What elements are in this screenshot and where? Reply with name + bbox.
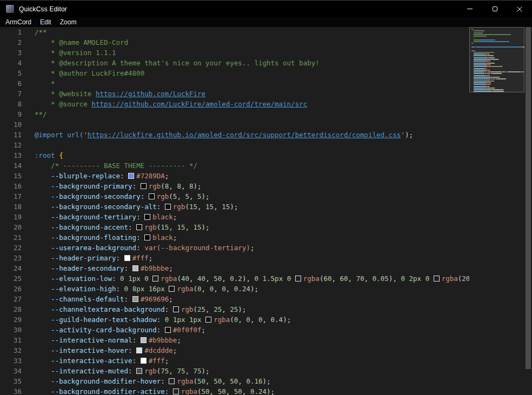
line-number[interactable]: 28	[0, 304, 22, 314]
line-number[interactable]: 19	[0, 212, 22, 222]
line-number[interactable]: 2	[0, 37, 22, 48]
color-swatch[interactable]	[434, 276, 440, 282]
color-swatch[interactable]	[165, 204, 171, 210]
code-line[interactable]: 21 --background-floating: black;	[0, 232, 469, 243]
code-line[interactable]: 25 --elevation-low: 0 1px 0 rgba(40, 40,…	[0, 273, 469, 284]
line-number[interactable]: 34	[0, 366, 22, 376]
color-swatch[interactable]	[144, 235, 150, 240]
line-number[interactable]: 25	[0, 273, 22, 284]
code-line[interactable]: 3 * @version 1.1.1	[0, 48, 469, 58]
line-number[interactable]: 26	[0, 284, 22, 294]
line-number[interactable]: 13	[0, 150, 22, 160]
code-line[interactable]: 7 * @website https://github.com/LuckFire	[0, 89, 469, 99]
line-number[interactable]: 18	[0, 202, 22, 212]
code-line[interactable]: 2 * @name AMOLED-Cord	[0, 37, 469, 48]
line-number[interactable]: 5	[0, 68, 22, 78]
maximize-button[interactable]	[482, 1, 507, 17]
line-number[interactable]: 29	[0, 314, 22, 325]
code-line[interactable]: 12	[0, 140, 469, 150]
color-swatch[interactable]	[141, 337, 147, 343]
line-number[interactable]: 33	[0, 356, 22, 366]
line-number[interactable]: 14	[0, 160, 22, 171]
line-number[interactable]: 23	[0, 253, 22, 263]
color-swatch[interactable]	[136, 224, 142, 230]
color-swatch[interactable]	[205, 317, 211, 323]
color-swatch[interactable]	[295, 276, 301, 282]
code-line[interactable]: 19 --background-tertiary: black;	[0, 212, 469, 222]
line-number[interactable]: 32	[0, 345, 22, 356]
color-swatch[interactable]	[169, 378, 175, 384]
line-number[interactable]: 22	[0, 243, 22, 253]
line-number[interactable]: 35	[0, 376, 22, 386]
menu-item-armcord[interactable]: ArmCord	[1, 17, 36, 27]
line-number[interactable]: 8	[0, 99, 22, 109]
code-line[interactable]: 9**/	[0, 109, 469, 119]
line-number[interactable]: 36	[0, 386, 22, 395]
line-number[interactable]: 17	[0, 191, 22, 202]
color-swatch[interactable]	[173, 389, 179, 394]
code-line[interactable]: 23 --header-primary: #fff;	[0, 253, 469, 263]
line-number[interactable]: 20	[0, 222, 22, 232]
code-line[interactable]: 16 --background-primary: rgb(8, 8, 8);	[0, 181, 469, 191]
color-swatch[interactable]	[152, 276, 158, 282]
line-number[interactable]: 11	[0, 130, 22, 140]
code-line[interactable]: 24 --header-secondary: #b9bbbe;	[0, 263, 469, 273]
code-line[interactable]: 14 /* --------- BASE THEME --------- */	[0, 160, 469, 171]
vertical-scrollbar[interactable]	[524, 27, 532, 395]
line-number[interactable]: 16	[0, 181, 22, 191]
code-line[interactable]: 35 --background-modifier-hover: rgba(50,…	[0, 376, 469, 386]
code-line[interactable]: 11@import url('https://luckfire.github.i…	[0, 130, 469, 140]
line-number[interactable]: 6	[0, 78, 22, 89]
menu-item-edit[interactable]: Edit	[36, 17, 56, 27]
color-swatch[interactable]	[132, 296, 138, 302]
line-number[interactable]: 10	[0, 119, 22, 130]
code-line[interactable]: 30 --activity-card-background: #0f0f0f;	[0, 325, 469, 335]
code-line[interactable]: 22 --userarea-background: var(--backgrou…	[0, 243, 469, 253]
color-swatch[interactable]	[144, 214, 150, 220]
code-line[interactable]: 13:root {	[0, 150, 469, 160]
code-line[interactable]: 31 --interactive-normal: #b9bbbe;	[0, 335, 469, 345]
color-swatch[interactable]	[141, 183, 147, 189]
line-number[interactable]: 4	[0, 58, 22, 68]
minimize-button[interactable]	[457, 1, 482, 17]
code-line[interactable]: 34 --interactive-muted: rgb(75, 75, 75);	[0, 366, 469, 376]
code-line[interactable]: 15 --blurple-replace: #7289DA;	[0, 171, 469, 181]
line-number[interactable]: 7	[0, 89, 22, 99]
color-swatch[interactable]	[173, 306, 179, 312]
code-line[interactable]: 18 --background-secondary-alt: rgb(15, 1…	[0, 202, 469, 212]
code-editor[interactable]: 1/**2 * @name AMOLED-Cord3 * @version 1.…	[0, 27, 532, 395]
code-line[interactable]: 32 --interactive-hover: #dcddde;	[0, 345, 469, 356]
line-number[interactable]: 1	[0, 27, 22, 37]
code-line[interactable]: 26 --elevation-high: 0 8px 16px rgba(0, …	[0, 284, 469, 294]
code-line[interactable]: 33 --interactive-active: #fff;	[0, 356, 469, 366]
code-line[interactable]: 28 --channeltextarea-background: rgb(25,…	[0, 304, 469, 314]
color-swatch[interactable]	[136, 368, 142, 374]
color-swatch[interactable]	[136, 347, 142, 353]
title-bar[interactable]: QuickCss Editor	[0, 0, 532, 17]
code-line[interactable]: 5 * @author LuckFire#4800	[0, 68, 469, 78]
line-number[interactable]: 15	[0, 171, 22, 181]
code-line[interactable]: 27 --channels-default: #969696;	[0, 294, 469, 304]
color-swatch[interactable]	[169, 286, 175, 292]
line-number[interactable]: 27	[0, 294, 22, 304]
menu-item-zoom[interactable]: Zoom	[56, 17, 81, 27]
code-line[interactable]: 17 --background-secondary: rgb(5, 5, 5);	[0, 191, 469, 202]
code-line[interactable]: 4 * @description A theme that's nice on …	[0, 58, 469, 68]
code-link[interactable]: https://github.com/LuckFire/amoled-cord/…	[91, 100, 307, 108]
code-line[interactable]: 20 --background-accent: rgb(15, 15, 15);	[0, 222, 469, 232]
color-swatch[interactable]	[141, 358, 147, 364]
color-swatch[interactable]	[132, 265, 138, 271]
line-number[interactable]: 21	[0, 232, 22, 243]
close-button[interactable]	[507, 1, 532, 17]
line-number[interactable]: 31	[0, 335, 22, 345]
code-link[interactable]: https://github.com/LuckFire	[96, 90, 205, 98]
scrollbar-thumb[interactable]	[526, 27, 531, 369]
code-line[interactable]: 29 --guild-header-text-shadow: 0 1px 1px…	[0, 314, 469, 325]
code-lines[interactable]: 1/**2 * @name AMOLED-Cord3 * @version 1.…	[0, 27, 469, 395]
line-number[interactable]: 9	[0, 109, 22, 119]
line-number[interactable]: 30	[0, 325, 22, 335]
color-swatch[interactable]	[149, 193, 155, 199]
line-number[interactable]: 24	[0, 263, 22, 273]
minimap-slider[interactable]	[469, 27, 524, 92]
code-line[interactable]: 1/**	[0, 27, 469, 37]
